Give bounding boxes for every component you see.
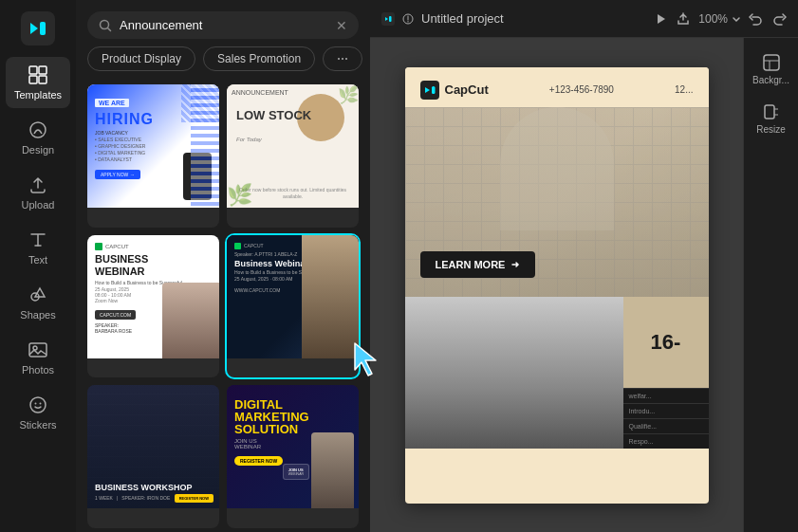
- sidebar-item-photos-label: Photos: [22, 364, 54, 376]
- search-icon: [99, 19, 112, 32]
- template-card-lowstock[interactable]: ANNOUNCEMENT LOW STOCK For Today Order n…: [227, 84, 359, 228]
- svg-rect-2: [29, 66, 37, 74]
- canvas-content: CapCut +123-456-7890 12... LEARN MORE: [370, 38, 743, 532]
- right-panel-resize-label: Resize: [756, 124, 786, 135]
- filter-tab-more[interactable]: ⋯: [323, 46, 362, 71]
- warning-icon: [402, 13, 414, 25]
- project-title: Untitled project: [421, 11, 504, 26]
- sidebar-item-stickers[interactable]: Stickers: [6, 387, 70, 438]
- canvas-logo-icon: [381, 12, 395, 26]
- svg-point-11: [35, 403, 37, 405]
- sidebar-item-shapes[interactable]: Shapes: [6, 277, 70, 328]
- arrow-right-icon: [510, 260, 520, 269]
- canvas-toolbar: Untitled project 100%: [370, 0, 798, 38]
- svg-point-10: [30, 397, 46, 413]
- canvas-page: CapCut +123-456-7890 12... LEARN MORE: [405, 67, 709, 504]
- app-logo[interactable]: [21, 11, 55, 46]
- sidebar-item-templates-label: Templates: [14, 89, 62, 101]
- sidebar-item-templates[interactable]: Templates: [6, 57, 70, 108]
- canvas-area: Untitled project 100%: [370, 0, 798, 532]
- templates-grid: WE ARE HIRING JOB VACANCY • SALES EXECUT…: [76, 81, 370, 532]
- sidebar-item-design-label: Design: [22, 144, 54, 156]
- zoom-control[interactable]: 100%: [698, 12, 741, 26]
- capcut-logo-icon: [420, 81, 439, 100]
- svg-rect-5: [39, 76, 46, 83]
- learn-more-label: LEARN MORE: [436, 259, 506, 270]
- resize-icon: [762, 102, 781, 121]
- svg-rect-3: [39, 66, 46, 74]
- sidebar-item-upload-label: Upload: [22, 199, 55, 211]
- right-col-row-4: Respo...: [623, 433, 709, 449]
- play-icon[interactable]: [653, 11, 668, 27]
- svg-rect-15: [389, 16, 392, 22]
- template-card-hiring[interactable]: WE ARE HIRING JOB VACANCY • SALES EXECUT…: [87, 84, 219, 228]
- learn-more-button[interactable]: LEARN MORE: [420, 251, 536, 278]
- templates-panel: ✕ Product Display Sales Promotion ⋯ WE A…: [76, 0, 370, 532]
- svg-rect-19: [432, 86, 436, 94]
- search-bar: ✕: [87, 11, 359, 39]
- filter-tab-product-display[interactable]: Product Display: [87, 46, 195, 71]
- template-card-webinar-light[interactable]: CAPCUT BUSINESSWEBINAR How to Build a Bu…: [87, 235, 219, 378]
- svg-rect-21: [765, 105, 774, 119]
- right-col-row-3: Qualifie...: [623, 418, 709, 433]
- svg-marker-17: [658, 14, 665, 24]
- zoom-level: 100%: [698, 12, 728, 26]
- svg-rect-1: [40, 22, 46, 35]
- right-panel: Backgr... Resize: [743, 38, 798, 532]
- svg-point-12: [40, 403, 42, 405]
- undo-icon[interactable]: [749, 11, 764, 27]
- right-panel-background-label: Backgr...: [752, 75, 789, 85]
- right-col-row-2: Introdu...: [623, 403, 709, 418]
- sidebar-item-shapes-label: Shapes: [20, 309, 55, 321]
- right-panel-background[interactable]: Backgr...: [747, 46, 796, 93]
- sidebar-item-upload[interactable]: Upload: [6, 167, 70, 218]
- sidebar-item-text-label: Text: [28, 254, 47, 266]
- search-input[interactable]: [120, 18, 328, 32]
- sidebar-item-text[interactable]: Text: [6, 222, 70, 273]
- sidebar-item-photos[interactable]: Photos: [6, 332, 70, 383]
- background-icon: [762, 53, 781, 72]
- capcut-phone2: 12...: [675, 84, 693, 95]
- svg-rect-20: [764, 55, 779, 70]
- search-clear-button[interactable]: ✕: [336, 19, 347, 32]
- filter-tabs: Product Display Sales Promotion ⋯: [76, 46, 370, 81]
- sidebar-item-design[interactable]: Design: [6, 112, 70, 163]
- template-card-webinar-dark[interactable]: CAPCUT Speaker: A.PTTRI 1 ABELA-Z Busine…: [227, 235, 359, 378]
- export-icon[interactable]: [676, 11, 691, 27]
- capcut-bottom-section: 16- welfar... Introdu... Qualifie...: [405, 297, 709, 449]
- chevron-down-icon: [732, 14, 741, 24]
- hero-number: 16-: [623, 297, 709, 388]
- template-card-digital-marketing[interactable]: DIGITALMARKETINGSOLUTION JOIN USWEBINAR …: [227, 385, 359, 528]
- redo-icon[interactable]: [771, 11, 787, 27]
- filter-tab-sales-promotion[interactable]: Sales Promotion: [203, 46, 315, 71]
- sidebar: Templates Design Upload Text Shapes: [0, 0, 76, 532]
- template-card-workshop[interactable]: BUSINESS WORKSHOP 1 WEEK | SPEAKER: IRON…: [87, 385, 219, 528]
- capcut-phone: +123-456-7890: [549, 84, 614, 95]
- sidebar-item-stickers-label: Stickers: [19, 419, 56, 431]
- svg-rect-4: [29, 76, 37, 83]
- right-panel-resize[interactable]: Resize: [747, 95, 796, 142]
- capcut-brand: CapCut: [445, 83, 489, 97]
- right-col-row-1: welfar...: [623, 388, 709, 403]
- hero-section: LEARN MORE: [405, 107, 709, 297]
